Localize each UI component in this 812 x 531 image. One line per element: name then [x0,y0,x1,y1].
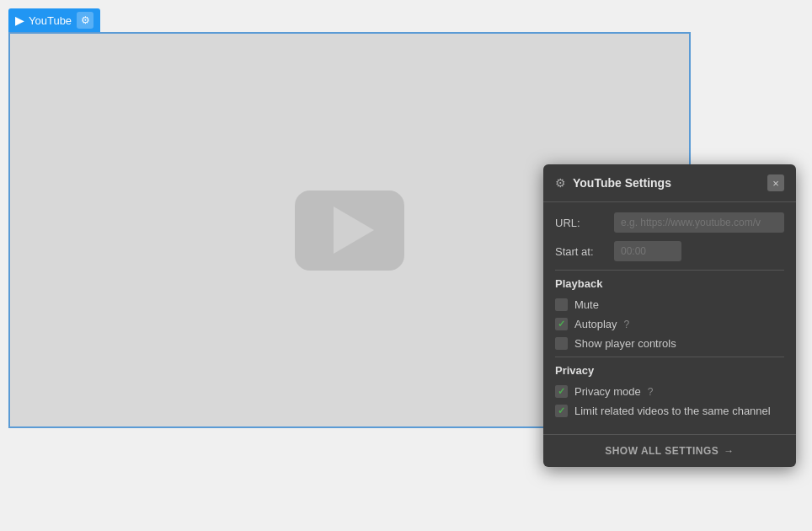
checkbox-row-mute: Mute [555,298,784,311]
checkbox-row-privacy-mode: ✓ Privacy mode ? [555,385,784,398]
autoplay-checkbox[interactable]: ✓ [555,318,568,330]
widget-title-label: YouTube [29,14,72,27]
controls-checkbox[interactable] [555,337,568,350]
divider-2 [555,357,784,357]
play-button-wrap [295,190,404,271]
privacy-mode-help-icon[interactable]: ? [648,386,654,398]
close-button[interactable]: × [767,174,784,191]
limit-related-label: Limit related videos to the same channel [574,405,771,417]
widget-gear-button[interactable]: ⚙ [77,12,93,29]
widget-titlebar: ▶ YouTube ⚙ [8,8,100,32]
limit-related-check-icon: ✓ [558,405,565,416]
startat-input[interactable] [614,241,681,261]
privacy-mode-label: Privacy mode [574,385,641,398]
limit-related-checkbox[interactable]: ✓ [555,405,568,417]
mute-checkbox[interactable] [555,298,568,311]
play-button-bg[interactable] [295,190,404,271]
settings-gear-icon: ⚙ [555,176,566,190]
youtube-icon: ▶ [15,14,24,27]
url-label: URL: [555,217,606,229]
play-triangle-icon [334,206,374,254]
settings-body: URL: Start at: Playback Mute ✓ Autoplay … [543,202,796,434]
settings-title: YouTube Settings [573,176,671,190]
privacy-mode-checkbox[interactable]: ✓ [555,385,568,398]
privacy-mode-check-icon: ✓ [558,386,565,397]
settings-title-group: ⚙ YouTube Settings [555,176,671,190]
settings-header: ⚙ YouTube Settings × [543,164,796,202]
show-all-label: SHOW ALL SETTINGS [605,445,719,457]
playback-section-title: Playback [555,277,784,290]
controls-label: Show player controls [574,337,676,350]
privacy-section-title: Privacy [555,364,784,377]
settings-panel: ⚙ YouTube Settings × URL: Start at: Play… [543,164,796,467]
checkbox-row-controls: Show player controls [555,337,784,350]
startat-label: Start at: [555,245,606,258]
divider-1 [555,270,784,271]
autoplay-help-icon[interactable]: ? [624,319,630,330]
autoplay-label: Autoplay [574,318,617,330]
show-all-arrow-icon: → [724,445,735,457]
startat-field-row: Start at: [555,241,784,261]
url-input[interactable] [614,212,784,233]
url-field-row: URL: [555,212,784,233]
checkbox-row-limit-related: ✓ Limit related videos to the same chann… [555,405,784,417]
mute-label: Mute [574,298,599,311]
show-all-settings-button[interactable]: SHOW ALL SETTINGS → [543,434,796,467]
autoplay-check-icon: ✓ [558,319,565,330]
checkbox-row-autoplay: ✓ Autoplay ? [555,318,784,330]
